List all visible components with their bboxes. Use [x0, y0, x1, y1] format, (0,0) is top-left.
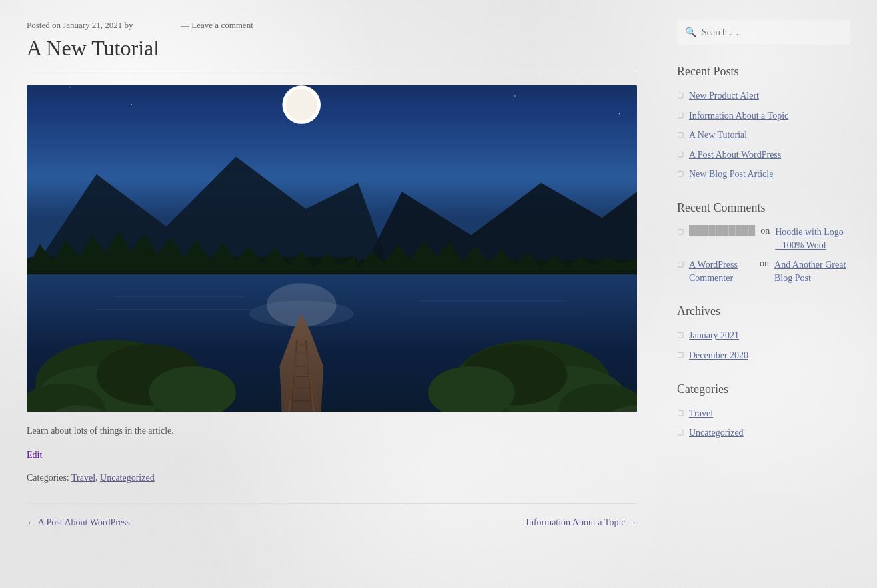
list-item: Information About a Topic — [677, 109, 850, 123]
search-input[interactable] — [702, 27, 842, 38]
list-item: Uncategorized — [677, 426, 850, 440]
recent-post-link-2[interactable]: Information About a Topic — [689, 109, 788, 123]
svg-point-16 — [286, 89, 317, 121]
list-item: January 2021 — [677, 329, 850, 342]
svg-point-13 — [619, 113, 620, 114]
list-item: A New Tutorial — [677, 129, 850, 142]
post-title: A New Tutorial — [27, 36, 637, 61]
posted-on-label: Posted on — [27, 20, 61, 30]
comment-author-1: ██████████ — [689, 226, 755, 236]
comment-post-link-2[interactable]: And Another Great Blog Post — [774, 258, 850, 284]
archive-link-2[interactable]: December 2020 — [689, 349, 748, 362]
leave-comment-link[interactable]: Leave a comment — [191, 20, 253, 30]
category-uncategorized[interactable]: Uncategorized — [100, 473, 155, 483]
post-divider — [27, 73, 637, 73]
categories-list: Travel Uncategorized — [677, 407, 850, 440]
recent-post-link-5[interactable]: New Blog Post Article — [689, 168, 773, 181]
category-link-2[interactable]: Uncategorized — [689, 426, 744, 440]
page-wrapper: Posted on January 21, 2021 by — Leave a … — [0, 0, 877, 548]
post-meta: Posted on January 21, 2021 by — Leave a … — [27, 20, 637, 31]
list-item: A WordPress Commenter on And Another Gre… — [677, 258, 850, 284]
categories-label: Categories: — [27, 473, 69, 483]
sidebar: 🔍 Recent Posts New Product Alert Informa… — [677, 20, 850, 528]
recent-comments-widget: Recent Comments ██████████ on Hoodie wit… — [677, 201, 850, 284]
archive-link-1[interactable]: January 2021 — [689, 329, 739, 342]
nav-next: Information About a Topic — [526, 517, 637, 528]
main-content: Posted on January 21, 2021 by — Leave a … — [27, 20, 637, 528]
nav-prev: A Post About WordPress — [27, 517, 130, 528]
post-categories: Categories: Travel, Uncategorized — [27, 473, 637, 483]
list-item: Travel — [677, 407, 850, 420]
comment-author-2[interactable]: A WordPress Commenter — [689, 258, 754, 284]
list-item: December 2020 — [677, 349, 850, 362]
recent-post-link-1[interactable]: New Product Alert — [689, 89, 759, 103]
category-link-1[interactable]: Travel — [689, 407, 713, 420]
archives-list: January 2021 December 2020 — [677, 329, 850, 362]
post-date-link[interactable]: January 21, 2021 — [63, 20, 122, 30]
list-item: New Product Alert — [677, 89, 850, 103]
recent-posts-widget: Recent Posts New Product Alert Informati… — [677, 65, 850, 181]
next-post-link[interactable]: Information About a Topic — [526, 517, 625, 527]
list-item: A Post About WordPress — [677, 148, 850, 162]
edit-link[interactable]: Edit — [27, 450, 42, 460]
post-navigation: A Post About WordPress Information About… — [27, 503, 637, 528]
recent-comments-list: ██████████ on Hoodie with Logo – 100% Wo… — [677, 226, 850, 284]
svg-point-10 — [70, 87, 71, 88]
comment-on-2: on — [760, 258, 769, 269]
categories-title: Categories — [677, 382, 850, 396]
comment-on-1: on — [760, 226, 770, 236]
search-widget: 🔍 — [677, 20, 850, 45]
recent-comments-title: Recent Comments — [677, 201, 850, 215]
list-item: ██████████ on Hoodie with Logo – 100% Wo… — [677, 226, 850, 252]
archives-title: Archives — [677, 304, 850, 318]
archives-widget: Archives January 2021 December 2020 — [677, 304, 850, 362]
category-travel[interactable]: Travel — [71, 473, 95, 483]
by-label: by — [125, 20, 133, 30]
edit-link-container: Edit — [27, 450, 637, 461]
dash: — — [181, 20, 189, 30]
featured-image-container — [27, 85, 637, 412]
recent-post-link-4[interactable]: A Post About WordPress — [689, 148, 781, 162]
recent-posts-title: Recent Posts — [677, 65, 850, 79]
recent-post-link-3[interactable]: A New Tutorial — [689, 129, 747, 142]
post-excerpt: Learn about lots of things in the articl… — [27, 424, 637, 438]
featured-image — [27, 85, 637, 412]
svg-point-11 — [131, 104, 132, 105]
prev-post-link[interactable]: A Post About WordPress — [38, 517, 130, 527]
categories-widget: Categories Travel Uncategorized — [677, 382, 850, 440]
svg-point-12 — [514, 95, 516, 97]
list-item: New Blog Post Article — [677, 168, 850, 181]
recent-posts-list: New Product Alert Information About a To… — [677, 89, 850, 181]
search-icon: 🔍 — [685, 27, 696, 38]
comment-post-link-1[interactable]: Hoodie with Logo – 100% Wool — [775, 226, 850, 252]
